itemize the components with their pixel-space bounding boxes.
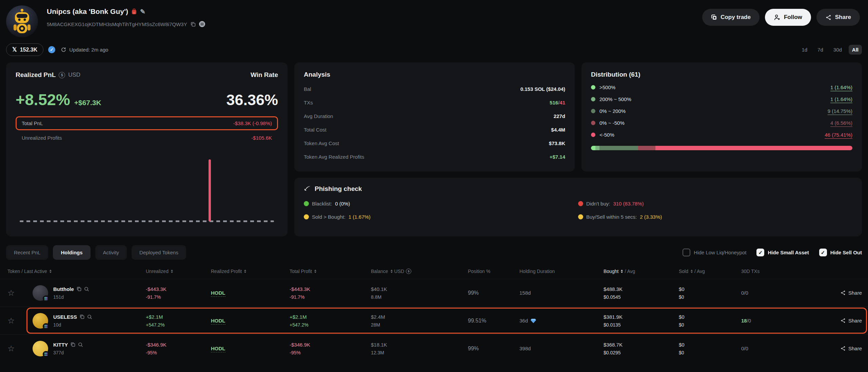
- share-row-button[interactable]: Share: [840, 318, 862, 324]
- column-header-sold[interactable]: Sold / Avg: [679, 269, 741, 274]
- column-header-30d-txs[interactable]: 30D TXs: [741, 269, 826, 274]
- tab-deployed-tokens[interactable]: Deployed Tokens: [132, 245, 186, 260]
- total-pnl-row-highlighted: Total PnL -$38.3K (-0.98%): [16, 116, 278, 130]
- sort-icon[interactable]: [391, 269, 393, 274]
- token-name[interactable]: KITTY: [53, 342, 68, 348]
- tab-recent-pnl[interactable]: Recent PnL: [6, 245, 48, 260]
- share-profile-button[interactable]: Share: [816, 9, 860, 26]
- filter-label: Hide Small Asset: [768, 250, 809, 255]
- phishing-item: Buy/Sell within 5 secs: 2 (3.33%): [578, 214, 852, 220]
- sort-icon[interactable]: [691, 269, 693, 274]
- checkbox-icon[interactable]: ✓: [756, 249, 764, 256]
- currency-toggle-icon[interactable]: $: [406, 269, 411, 274]
- wallet-address[interactable]: 5M8ACGKEXG1ojKDTMH3sMqhTihTgHYMSsZc6W8i7…: [47, 21, 187, 27]
- share-icon: [840, 346, 846, 351]
- sort-icon[interactable]: [314, 269, 316, 274]
- tab-activity[interactable]: Activity: [95, 245, 127, 260]
- column-header-holding-duration[interactable]: Holding Duration: [519, 269, 604, 274]
- holding-duration-value: 36d: [519, 318, 528, 324]
- refresh-icon[interactable]: [61, 47, 66, 53]
- favorite-star-icon[interactable]: ☆: [7, 344, 23, 353]
- search-token-icon[interactable]: [87, 314, 92, 319]
- column-header-realized-profit[interactable]: Realized Profit: [211, 269, 290, 274]
- favorite-star-icon[interactable]: ☆: [7, 288, 23, 298]
- unrealized-cell: -$443.3K-91.7%: [146, 286, 211, 300]
- status-bar: 𝕏 152.3K ✓ Updated: 2m ago 1d7d30dAll: [0, 43, 868, 56]
- filter-label: Hide Sell Out: [830, 250, 862, 255]
- time-filter-30d[interactable]: 30d: [830, 45, 845, 55]
- filter-hide-low-liq-honeypot[interactable]: ✓ Hide Low Liq/Honeypot: [683, 249, 746, 256]
- hodl-badge: HODL: [211, 318, 225, 325]
- analysis-row: Token Avg Realized Profits +$7.14: [304, 154, 565, 160]
- sort-icon[interactable]: [621, 269, 623, 274]
- favorite-star-icon[interactable]: ☆: [7, 316, 23, 326]
- checkbox-icon[interactable]: ✓: [819, 249, 827, 256]
- sort-icon[interactable]: [50, 269, 52, 274]
- token-avatar[interactable]: [33, 341, 48, 356]
- time-filter-all[interactable]: All: [849, 45, 862, 55]
- sort-icon[interactable]: [244, 269, 246, 274]
- share-row-button[interactable]: Share: [840, 346, 862, 351]
- table-row-useless[interactable]: ☆ USELESS 10d: [0, 307, 868, 334]
- time-filter-7d[interactable]: 7d: [814, 45, 827, 55]
- explorer-link-icon[interactable]: [199, 21, 205, 27]
- holding-duration-value: 398d: [519, 346, 531, 351]
- column-header-total-profit[interactable]: Total Profit: [290, 269, 371, 274]
- token-name[interactable]: Butthole: [53, 286, 74, 292]
- time-filter-1d[interactable]: 1d: [798, 45, 811, 55]
- distribution-bar-segment: [591, 146, 595, 150]
- analysis-row-value: 227d: [554, 113, 565, 119]
- table-row-butthole[interactable]: ☆ Butthole 151d: [0, 279, 868, 307]
- column-header-bought[interactable]: Bought / Avg: [604, 269, 679, 274]
- search-token-icon[interactable]: [84, 287, 89, 292]
- token-avatar[interactable]: [33, 313, 48, 329]
- filter-hide-small-asset[interactable]: ✓ Hide Small Asset: [756, 249, 809, 256]
- copy-token-icon[interactable]: [71, 342, 75, 347]
- distribution-count-link[interactable]: 9 (14.75%): [828, 108, 852, 114]
- balance-cell: $18.1K12.3M: [371, 342, 468, 355]
- currency-label[interactable]: USD: [68, 72, 80, 78]
- distribution-count-link[interactable]: 4 (6.56%): [830, 120, 852, 126]
- tab-holdings[interactable]: Holdings: [53, 245, 90, 260]
- distribution-count-link[interactable]: 1 (1.64%): [830, 84, 852, 90]
- copy-token-icon[interactable]: [80, 314, 84, 319]
- unrealized-profits-value: -$105.6K: [251, 135, 272, 141]
- filter-hide-sell-out[interactable]: ✓ Hide Sell Out: [819, 249, 862, 256]
- token-avatar[interactable]: [33, 285, 48, 301]
- follow-button[interactable]: Follow: [765, 9, 811, 26]
- twitter-followers-pill[interactable]: 𝕏 152.3K: [6, 43, 43, 56]
- column-header-unrealized[interactable]: Unrealized: [146, 269, 211, 274]
- share-label: Share: [848, 290, 862, 296]
- share-row-button[interactable]: Share: [840, 290, 862, 296]
- distribution-bar-segment: [655, 146, 852, 150]
- token-name[interactable]: USELESS: [53, 314, 77, 320]
- copy-address-icon[interactable]: [191, 22, 196, 27]
- 30d-txs-cell: 18/0: [741, 318, 826, 324]
- unrealized-profits-label: Unrealized Profits: [22, 135, 62, 141]
- search-token-icon[interactable]: [78, 342, 83, 347]
- column-header-position[interactable]: Position %: [468, 269, 519, 274]
- column-label: Position %: [468, 269, 490, 274]
- analysis-row-value: +$7.14: [550, 154, 565, 160]
- table-row-kitty[interactable]: ☆ KITTY 377d: [0, 334, 868, 362]
- phishing-check-card: Phishing check Blacklist: 0 (0%) Didn't …: [294, 178, 862, 236]
- edit-name-icon[interactable]: ✎: [140, 8, 145, 16]
- sort-icon[interactable]: [171, 269, 173, 274]
- sold-cell: $0$0: [679, 286, 741, 300]
- unrealized-cell: +$2.1M+547.2%: [146, 314, 211, 328]
- column-label: Token / Last Active: [7, 269, 47, 274]
- checkbox-icon[interactable]: ✓: [683, 249, 690, 256]
- column-header-balance[interactable]: Balance USD $: [371, 269, 468, 274]
- distribution-row: <-50% 46 (75.41%): [591, 132, 852, 138]
- copy-token-icon[interactable]: [77, 287, 81, 291]
- phishing-item: Sold > Bought: 1 (1.67%): [304, 214, 578, 220]
- 30d-txs-cell: 0/0: [741, 346, 826, 351]
- distribution-count-link[interactable]: 46 (75.41%): [825, 132, 852, 138]
- copy-trade-button[interactable]: Copy trade: [702, 9, 760, 26]
- total-pnl-label: Total PnL: [22, 120, 43, 126]
- follow-person-icon: [774, 14, 781, 21]
- column-header-token-last-active[interactable]: Token / Last Active: [7, 269, 146, 274]
- currency-toggle-icon[interactable]: $: [59, 72, 65, 78]
- distribution-row: 0% ~ 200% 9 (14.75%): [591, 108, 852, 114]
- distribution-count-link[interactable]: 1 (1.64%): [830, 96, 852, 102]
